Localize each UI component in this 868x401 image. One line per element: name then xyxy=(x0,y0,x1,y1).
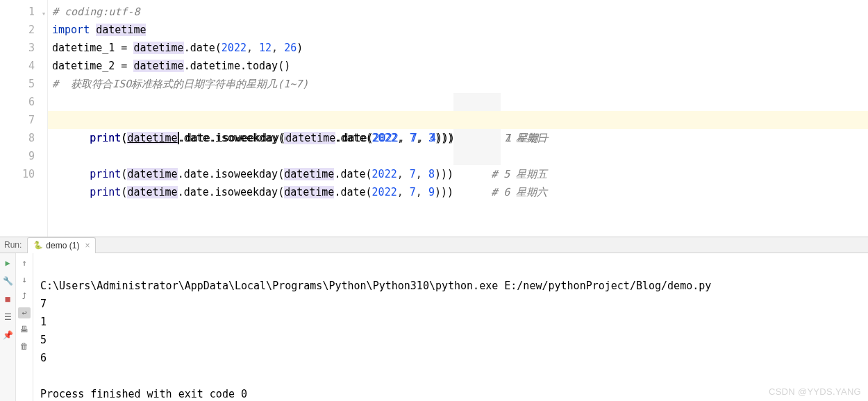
number: 9 xyxy=(428,186,435,198)
module-ref: datetime xyxy=(133,42,183,54)
line-number: 6 xyxy=(0,93,35,111)
line-number: 3 xyxy=(0,39,35,57)
console-line: Process finished with exit code 0 xyxy=(40,388,247,400)
pin-icon[interactable]: 📌 xyxy=(2,330,13,341)
watermark-text: CSDN @YYDS.YANG xyxy=(769,386,861,397)
settings-icon[interactable]: ☰ xyxy=(2,312,13,323)
line-number: 5 xyxy=(0,75,35,93)
keyword: import xyxy=(52,24,90,36)
builtin: print xyxy=(90,186,121,198)
run-primary-toolbar: ▶ 🔧 ■ ☰ 📌 xyxy=(0,253,16,401)
code-line[interactable]: print(datetime.date.isoweekday(datetime.… xyxy=(48,93,868,111)
comment-text: # coding:utf-8 xyxy=(52,6,140,18)
code-line[interactable]: print(datetime.date.isoweekday(datetime.… xyxy=(48,147,868,165)
module-ref: datetime xyxy=(133,60,183,72)
console-line: 1 xyxy=(40,316,47,328)
console-output[interactable]: C:\Users\Administrator\AppData\Local\Pro… xyxy=(33,253,868,401)
trash-icon[interactable]: 🗑 xyxy=(19,341,30,352)
python-file-icon: 🐍 xyxy=(33,241,43,250)
code-line[interactable]: # 获取符合ISO标准格式的日期字符串的星期几(1~7) xyxy=(48,75,868,93)
code-line[interactable]: datetime_2 = datetime.datetime.today() xyxy=(48,57,868,75)
number: 7 xyxy=(410,186,416,198)
console-line: 6 xyxy=(40,352,47,364)
variable: datetime_1 xyxy=(52,42,115,54)
fold-chevron-icon[interactable]: ▾ xyxy=(42,5,46,23)
console-line: 7 xyxy=(40,298,47,310)
code-area[interactable]: # coding:utf-8 import datetime datetime_… xyxy=(48,0,868,237)
up-arrow-icon[interactable]: ↑ xyxy=(19,257,30,268)
attr: date xyxy=(190,42,215,54)
line-number: 9 xyxy=(0,147,35,165)
attr: today xyxy=(247,60,278,72)
attr: datetime xyxy=(190,60,240,72)
console-line: C:\Users\Administrator\AppData\Local\Pro… xyxy=(40,280,711,292)
run-secondary-toolbar: ↑ ↓ ⤴ ↩ 🖶 🗑 xyxy=(16,253,33,401)
module-ref: datetime xyxy=(284,186,334,198)
module-name: datetime xyxy=(96,24,146,36)
number: 2022 xyxy=(222,42,247,54)
down-arrow-icon[interactable]: ↓ xyxy=(19,274,30,285)
code-line[interactable]: datetime_1 = datetime.date(2022, 12, 26) xyxy=(48,39,868,57)
attr: isoweekday xyxy=(215,186,278,198)
editor-pane: ▾ 1 2 3 4 5 6 7 8 9 10 # coding:utf-8 im… xyxy=(0,0,868,237)
comment-text: # 6 星期六 xyxy=(491,186,547,198)
variable: datetime_2 xyxy=(52,60,115,72)
soft-wrap-icon[interactable]: ↩ xyxy=(18,307,31,318)
line-number: 1 xyxy=(0,3,35,21)
line-number: 10 xyxy=(0,165,35,183)
line-number: 4 xyxy=(0,57,35,75)
rerun-icon[interactable]: ▶ xyxy=(2,257,13,268)
close-icon[interactable]: × xyxy=(85,241,90,250)
console-line: 5 xyxy=(40,334,47,346)
run-toolwindow-header: Run: 🐍 demo (1) × xyxy=(0,237,868,253)
code-line[interactable]: print(datetime.date.isoweekday(datetime.… xyxy=(48,129,868,147)
run-header-label: Run: xyxy=(4,240,22,250)
wrench-icon[interactable]: 🔧 xyxy=(2,275,13,287)
code-line[interactable]: # coding:utf-8 xyxy=(48,3,868,21)
line-number: 8 xyxy=(0,129,35,147)
comment-text: # 获取符合ISO标准格式的日期字符串的星期几(1~7) xyxy=(52,78,308,90)
module-ref: datetime xyxy=(127,186,177,198)
stop-icon[interactable]: ■ xyxy=(2,293,13,305)
run-tab-label: demo (1) xyxy=(46,241,79,250)
number: 2022 xyxy=(372,186,397,198)
operator: = xyxy=(115,42,133,54)
print-icon[interactable]: 🖶 xyxy=(19,324,30,335)
code-line[interactable]: import datetime xyxy=(48,21,868,39)
export-icon[interactable]: ⤴ xyxy=(19,291,30,302)
attr: date xyxy=(340,186,365,198)
code-line-current[interactable]: print(datetime.date.isoweekday(datetime.… xyxy=(48,111,868,129)
number: 12 xyxy=(259,42,272,54)
run-toolwindow-body: ▶ 🔧 ■ ☰ 📌 ↑ ↓ ⤴ ↩ 🖶 🗑 C:\Users\Administr… xyxy=(0,253,868,401)
code-line[interactable] xyxy=(48,165,868,183)
attr: date xyxy=(184,186,209,198)
operator: = xyxy=(115,60,133,72)
run-tab[interactable]: 🐍 demo (1) × xyxy=(27,237,96,253)
line-number: 7 xyxy=(0,111,35,129)
gutter: ▾ 1 2 3 4 5 6 7 8 9 10 xyxy=(0,0,48,237)
line-number: 2 xyxy=(0,21,35,39)
number: 26 xyxy=(284,42,297,54)
